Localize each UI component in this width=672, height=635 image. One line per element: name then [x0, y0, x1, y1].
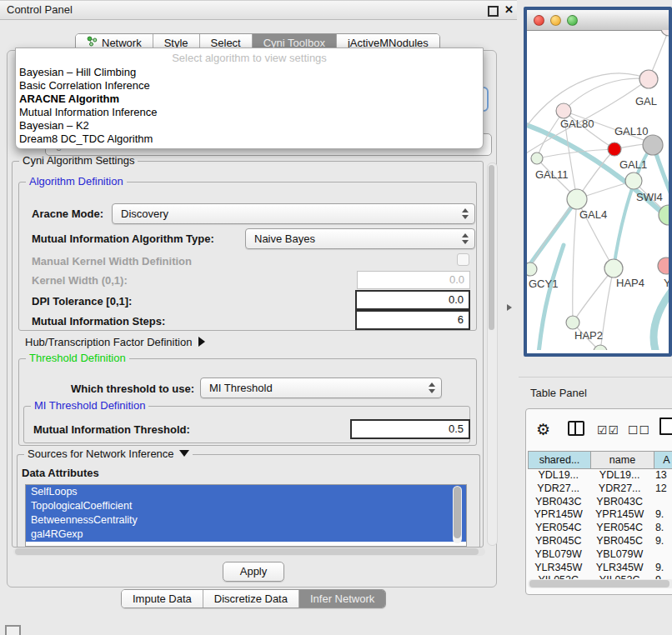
divider — [519, 377, 672, 378]
table-cell: YDR27... — [528, 482, 589, 496]
mi-steps-field[interactable]: 6 — [355, 310, 470, 330]
node-label-gal1: GAL1 — [619, 158, 647, 171]
mi-algorithm-type-select[interactable]: Naive Bayes — [245, 228, 475, 249]
mi-threshold-label: Mutual Information Threshold: — [33, 423, 190, 436]
minimize-traffic-light-icon[interactable] — [550, 15, 561, 26]
tab-discretize-data[interactable]: Discretize Data — [203, 590, 299, 608]
dropdown-item-bayesian-hill-climbing[interactable]: Bayesian – Hill Climbing — [16, 66, 483, 79]
attribute-item-betweennesscentrality[interactable]: BetweennessCentrality — [26, 513, 466, 528]
chevron-updown-icon — [462, 208, 469, 219]
table-row[interactable]: YER054CYER054C8. — [528, 522, 672, 535]
table-rows: YDL19...YDL19...13YDR27...YDR27...12YBR0… — [528, 469, 672, 588]
network-window-titlebar[interactable] — [527, 10, 669, 31]
node-gcy1[interactable] — [527, 262, 537, 276]
apply-button[interactable]: Apply — [223, 562, 284, 582]
dropdown-item-bayesian-k2[interactable]: Bayesian – K2 — [16, 119, 483, 132]
maximize-traffic-light-icon[interactable] — [567, 15, 578, 26]
network-canvas[interactable]: GALGAL80GAL10GAL1GAL11SWI4GAL4GCY1HAP4YH… — [527, 30, 669, 350]
hub-definition-label: Hub/Transcription Factor Definition — [25, 336, 192, 348]
kernel-width-field[interactable]: 0.0 — [357, 271, 470, 289]
attribute-item-selfloops[interactable]: SelfLoops — [26, 485, 466, 499]
table-header-row: shared...nameA — [528, 451, 672, 469]
table-row[interactable]: YBL079WYBL079W — [528, 548, 672, 562]
node-hap4[interactable] — [604, 259, 623, 278]
table-row[interactable]: YBR045CYBR045C9. — [528, 535, 672, 548]
node-unlabeled[interactable] — [608, 142, 621, 156]
gear-icon[interactable]: ⚙ — [536, 421, 550, 439]
node-label-swi4: SWI4 — [636, 191, 663, 203]
node-gal4[interactable] — [567, 189, 587, 209]
manual-kernel-label: Manual Kernel Width Definition — [32, 255, 192, 268]
table-cell: YDR27... — [589, 482, 649, 496]
table-row[interactable]: YPR145WYPR145W9. — [528, 508, 672, 522]
columns-icon[interactable] — [568, 421, 584, 436]
table-cell: YDL19... — [528, 469, 589, 482]
table-row[interactable]: YLR345WYLR345W9. — [528, 562, 672, 575]
settings-horizontal-scrollbar[interactable] — [13, 548, 485, 556]
tab-infer-network[interactable]: Infer Network — [299, 590, 385, 608]
checked-columns-icon[interactable]: ☑☑ — [597, 421, 619, 439]
data-attributes-list: SelfLoopsTopologicalCoefficientBetweenne… — [25, 484, 467, 547]
control-panel-titlebar: Control Panel ✕ — [0, 0, 517, 20]
minimized-panel-icon[interactable] — [5, 625, 21, 635]
algorithm-dropdown-prompt: Select algorithm to view settings — [16, 50, 483, 66]
node-label-gal80: GAL80 — [560, 118, 594, 130]
close-icon[interactable]: ✕ — [504, 2, 514, 18]
float-window-icon[interactable] — [488, 6, 499, 17]
algorithm-dropdown-list: Bayesian – Hill ClimbingBasic Correlatio… — [16, 66, 483, 146]
attribute-item-topologicalcoefficient[interactable]: TopologicalCoefficient — [26, 499, 466, 513]
table-row[interactable]: YDL19...YDL19...13 — [528, 469, 672, 482]
table-cell: YLR345W — [589, 562, 649, 575]
panel-splitter-handle[interactable] — [507, 304, 512, 311]
node-gal1[interactable] — [625, 172, 642, 189]
node-y[interactable] — [658, 258, 669, 274]
column-header-name[interactable]: name — [591, 451, 654, 469]
node-hap2[interactable] — [566, 316, 579, 329]
node-gal[interactable] — [639, 70, 658, 88]
table-cell: 9. — [650, 535, 672, 548]
node-unlabeled[interactable] — [594, 345, 607, 350]
attributes-scrollbar[interactable] — [453, 486, 462, 543]
mi-threshold-definition-legend: MI Threshold Definition — [31, 399, 148, 412]
cyni-settings-legend: Cyni Algorithm Settings — [19, 154, 138, 167]
table-cell: YBR045C — [589, 535, 649, 548]
table-row[interactable]: YBR043CYBR043C — [528, 496, 672, 509]
cyni-bottom-tabs: Impute DataDiscretize DataInfer Network — [121, 589, 386, 608]
table-horizontal-scrollbar[interactable] — [528, 579, 672, 588]
table-cell: 9. — [650, 508, 672, 522]
table-cell: YBL079W — [528, 548, 589, 562]
table-cell: YPR145W — [589, 508, 649, 522]
table-cell — [650, 496, 672, 509]
collapse-down-icon[interactable] — [179, 450, 189, 457]
which-threshold-value: MI Threshold — [209, 382, 273, 394]
node-gal10[interactable] — [643, 135, 663, 155]
hub-definition-toggle[interactable]: Hub/Transcription Factor Definition — [25, 336, 205, 348]
dpi-tolerance-field[interactable]: 0.0 — [355, 290, 470, 310]
node-unlabeled[interactable] — [661, 30, 669, 36]
dropdown-item-mutual-information-inference[interactable]: Mutual Information Inference — [16, 106, 483, 119]
column-header-a[interactable]: A — [654, 451, 672, 469]
dropdown-item-dream8-dc-tdc-algorithm[interactable]: Dream8 DC_TDC Algorithm — [16, 132, 483, 146]
table-row[interactable]: YDR27...YDR27...12 — [528, 482, 672, 496]
table-cell: YLR345W — [528, 562, 589, 575]
node-gal11[interactable] — [531, 152, 543, 164]
node-gal80[interactable] — [556, 103, 571, 118]
threshold-definition-legend: Threshold Definition — [26, 352, 129, 364]
manual-kernel-checkbox[interactable] — [457, 253, 469, 266]
attribute-item-gal4rgexp[interactable]: gal4RGexp — [26, 528, 466, 542]
which-threshold-select[interactable]: MI Threshold — [200, 378, 442, 398]
settings-vertical-scrollbar[interactable] — [487, 162, 498, 546]
page-icon[interactable] — [659, 418, 672, 435]
aracne-mode-select[interactable]: Discovery — [112, 203, 475, 224]
unchecked-columns-icon[interactable]: ☐☐ — [628, 421, 650, 439]
close-traffic-light-icon[interactable] — [534, 15, 544, 26]
tab-impute-data[interactable]: Impute Data — [122, 590, 203, 608]
node-label-gal: GAL — [635, 95, 657, 108]
column-header-shared[interactable]: shared... — [528, 451, 591, 469]
table-cell: 13 — [650, 469, 672, 482]
table-cell: 12 — [650, 482, 672, 496]
dpi-tolerance-label: DPI Tolerance [0,1]: — [32, 295, 132, 308]
mi-threshold-field[interactable]: 0.5 — [350, 419, 470, 439]
dropdown-item-basic-correlation-inference[interactable]: Basic Correlation Inference — [16, 79, 483, 92]
dropdown-item-aracne-algorithm[interactable]: ARACNE Algorithm — [16, 92, 483, 106]
